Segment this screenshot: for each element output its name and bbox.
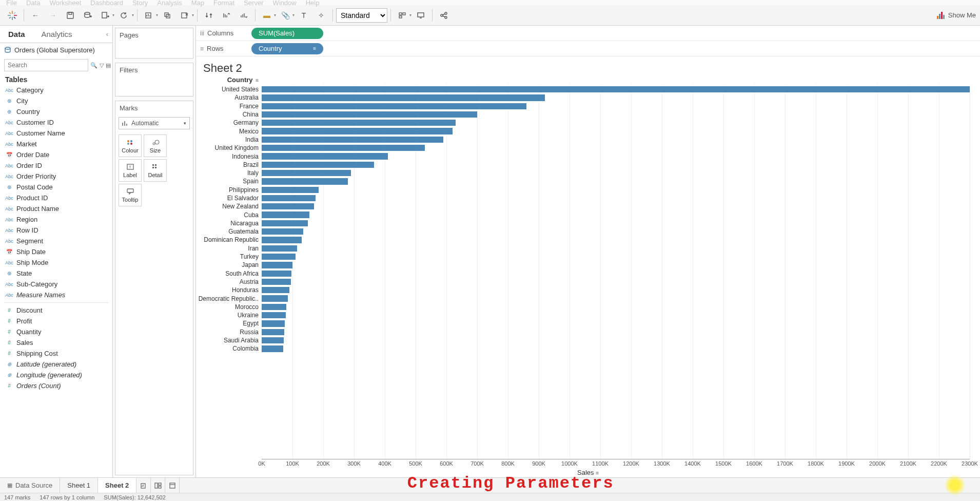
swap-icon[interactable] [201, 8, 217, 23]
mark-colour[interactable]: Colour [119, 134, 142, 157]
clear-sheet-icon[interactable] [177, 8, 193, 23]
tab-analytics[interactable]: Analytics [33, 26, 81, 43]
field-order-date[interactable]: 📅Order Date [0, 149, 112, 160]
back-icon[interactable]: ← [27, 8, 44, 23]
bar-row[interactable]: Morocco [196, 303, 970, 311]
field-measure-names[interactable]: AbcMeasure Names [0, 290, 112, 300]
filters-card[interactable]: Filters [115, 63, 193, 97]
bar-row[interactable]: El Salvador [196, 194, 970, 202]
bar-row[interactable]: Brazil [196, 161, 970, 169]
bar-row[interactable]: United States [196, 85, 970, 93]
view-list-icon[interactable]: ▤ [106, 61, 111, 69]
marks-type-select[interactable]: Automatic ▾ [119, 117, 190, 129]
menu-server[interactable]: Server [244, 0, 263, 7]
chevron-down-icon[interactable]: ▾ [274, 13, 276, 17]
menu-format[interactable]: Format [213, 0, 234, 7]
bar-row[interactable]: New Zealand [196, 202, 970, 210]
bar-row[interactable]: Australia [196, 93, 970, 102]
field-orders-count-[interactable]: #Orders (Count) [0, 380, 112, 391]
field-product-id[interactable]: AbcProduct ID [0, 192, 112, 203]
mark-size[interactable]: Size [144, 134, 167, 157]
bar-row[interactable]: Mexico [196, 127, 970, 135]
pin-icon[interactable]: ✧ [313, 8, 329, 23]
bar-row[interactable]: Guatemala [196, 227, 970, 236]
chevron-down-icon[interactable]: ▾ [112, 13, 114, 17]
bar-row[interactable]: Japan [196, 261, 970, 269]
label-icon[interactable]: T [296, 8, 312, 23]
bar-row[interactable]: Philippines [196, 186, 970, 194]
bar-row[interactable]: Russia [196, 328, 970, 336]
field-profit[interactable]: #Profit [0, 316, 112, 326]
rows-shelf[interactable]: ≡Rows Country≡ [196, 41, 980, 56]
bar-row[interactable]: Austria [196, 278, 970, 286]
field-quantity[interactable]: #Quantity [0, 326, 112, 337]
share-icon[interactable] [436, 8, 452, 23]
bar-row[interactable]: Egypt [196, 319, 970, 327]
bar-row[interactable]: Indonesia [196, 152, 970, 160]
menu-dashboard[interactable]: Dashboard [90, 0, 123, 7]
bar-row[interactable]: Turkey [196, 253, 970, 261]
field-order-id[interactable]: AbcOrder ID [0, 160, 112, 171]
bar-row[interactable]: Iran [196, 244, 970, 253]
field-sub-category[interactable]: AbcSub-Category [0, 279, 112, 290]
tableau-logo-icon[interactable] [4, 8, 21, 23]
menu-map[interactable]: Map [191, 0, 204, 7]
collapse-icon[interactable]: ‹ [106, 30, 108, 38]
tab-data[interactable]: Data [0, 26, 33, 43]
chevron-down-icon[interactable]: ▾ [292, 13, 295, 17]
refresh-icon[interactable] [115, 8, 132, 23]
save-icon[interactable] [62, 8, 79, 23]
field-ship-mode[interactable]: AbcShip Mode [0, 257, 112, 268]
field-region[interactable]: AbcRegion [0, 214, 112, 225]
bar-row[interactable]: Nicaragua [196, 219, 970, 227]
sheet-tab-2[interactable]: Sheet 2 [98, 478, 136, 493]
bar-row[interactable]: Colombia [196, 344, 970, 353]
field-customer-id[interactable]: AbcCustomer ID [0, 117, 112, 128]
field-latitude-generated-[interactable]: ⊕Latitude (generated) [0, 359, 112, 370]
field-segment[interactable]: AbcSegment [0, 236, 112, 246]
new-sheet-icon[interactable] [97, 8, 113, 23]
mark-tooltip[interactable]: Tooltip [119, 184, 142, 206]
menu-story[interactable]: Story [132, 0, 148, 7]
bar-row[interactable]: Cuba [196, 210, 970, 219]
rows-pill[interactable]: Country≡ [251, 43, 323, 54]
bar-row[interactable]: China [196, 110, 970, 119]
bar-row[interactable]: Spain [196, 177, 970, 185]
menu-data[interactable]: Data [26, 0, 40, 7]
field-country[interactable]: ⊕Country [0, 106, 112, 117]
bar-row[interactable]: Dominican Republic [196, 236, 970, 244]
chevron-down-icon[interactable]: ▾ [192, 13, 194, 17]
pages-card[interactable]: Pages [115, 28, 193, 59]
columns-shelf[interactable]: iiiColumns SUM(Sales) [196, 26, 980, 41]
sort-asc-icon[interactable] [218, 8, 234, 23]
bar-row[interactable]: Democratic Republic.. [196, 294, 970, 302]
sheet-tab-1[interactable]: Sheet 1 [60, 478, 98, 493]
field-product-name[interactable]: AbcProduct Name [0, 203, 112, 214]
search-icon[interactable]: 🔍 [90, 61, 97, 69]
menu-worksheet[interactable]: Worksheet [49, 0, 81, 7]
field-order-priority[interactable]: AbcOrder Priority [0, 171, 112, 182]
bar-row[interactable]: France [196, 102, 970, 110]
bar-row[interactable]: Saudi Arabia [196, 336, 970, 344]
forward-icon[interactable]: → [45, 8, 61, 23]
field-shipping-cost[interactable]: #Shipping Cost [0, 348, 112, 359]
field-sales[interactable]: #Sales [0, 337, 112, 348]
search-input[interactable] [4, 59, 88, 71]
fit-select[interactable]: Standard [336, 8, 387, 23]
field-ship-date[interactable]: 📅Ship Date [0, 246, 112, 257]
mark-label[interactable]: TLabel [119, 159, 142, 182]
field-row-id[interactable]: AbcRow ID [0, 225, 112, 236]
highlight-icon[interactable]: ▬ [259, 8, 275, 23]
group-icon[interactable]: 📎 [277, 8, 293, 23]
field-list[interactable]: AbcCategory⊕City⊕CountryAbcCustomer IDAb… [0, 85, 112, 477]
new-worksheet-tab-icon[interactable] [136, 478, 151, 493]
field-discount[interactable]: #Discount [0, 305, 112, 316]
bar-row[interactable]: United Kingdom [196, 144, 970, 152]
menu-help[interactable]: Help [306, 0, 320, 7]
bar-row[interactable]: India [196, 136, 970, 144]
menu-analysis[interactable]: Analysis [157, 0, 182, 7]
new-dashboard-tab-icon[interactable] [151, 478, 165, 493]
filter-icon[interactable]: ▽ [100, 61, 104, 69]
field-customer-name[interactable]: AbcCustomer Name [0, 128, 112, 139]
field-postal-code[interactable]: ⊕Postal Code [0, 182, 112, 192]
